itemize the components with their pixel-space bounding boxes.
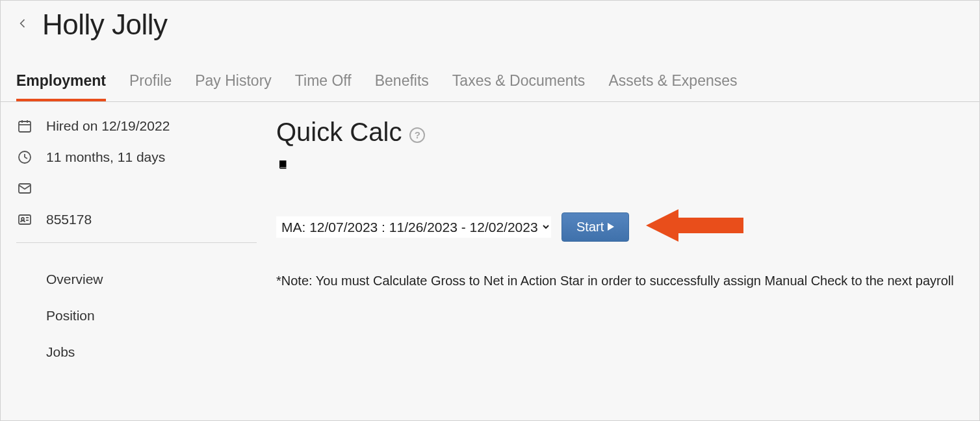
sidebar-item-overview[interactable]: Overview [16,261,257,298]
tab-profile[interactable]: Profile [129,72,172,101]
svg-line-6 [25,157,27,159]
tenure-text: 11 months, 11 days [46,149,165,165]
tab-pay-history[interactable]: Pay History [195,72,272,101]
tenure-row: 11 months, 11 days [16,149,257,166]
note-text: *Note: You must Calculate Gross to Net i… [276,274,964,288]
calendar-icon [16,118,33,134]
play-icon [608,223,614,231]
book-icon[interactable] [277,159,964,173]
help-icon[interactable]: ? [409,127,425,143]
tab-bar: Employment Profile Pay History Time Off … [1,46,979,102]
start-button-label: Start [576,220,604,235]
header: Holly Jolly [1,1,979,46]
mail-icon [16,180,33,197]
tab-time-off[interactable]: Time Off [295,72,352,101]
page-title: Holly Jolly [42,8,168,41]
svg-rect-0 [19,121,31,132]
employee-id-row: 855178 [16,211,257,228]
main-title: Quick Calc [276,118,402,147]
main-title-row: Quick Calc ? [276,118,964,147]
clock-icon [16,149,33,166]
back-arrow-icon[interactable] [16,17,29,32]
controls-row: MA: 12/07/2023 : 11/26/2023 - 12/02/2023… [276,206,964,248]
sidebar-divider [16,242,257,243]
annotation-arrow-icon [646,206,743,248]
hired-date-row: Hired on 12/19/2022 [16,118,257,134]
main-panel: Quick Calc ? MA: 12/07/2023 : 11/26/2023… [276,118,964,370]
svg-marker-12 [646,209,743,242]
email-row [16,180,257,197]
employee-id-text: 855178 [46,212,92,227]
sidebar-item-jobs[interactable]: Jobs [16,334,257,370]
sidebar: Hired on 12/19/2022 11 months, 11 days [16,118,276,370]
tab-employment[interactable]: Employment [16,72,106,101]
svg-point-9 [21,218,24,220]
tab-benefits[interactable]: Benefits [375,72,429,101]
start-button[interactable]: Start [561,212,629,242]
id-card-icon [16,211,33,228]
tab-taxes-documents[interactable]: Taxes & Documents [452,72,586,101]
svg-rect-8 [19,215,31,224]
hired-date-text: Hired on 12/19/2022 [46,118,170,134]
sidebar-item-position[interactable]: Position [16,298,257,334]
pay-period-select[interactable]: MA: 12/07/2023 : 11/26/2023 - 12/02/2023 [276,216,551,238]
content-area: Hired on 12/19/2022 11 months, 11 days [1,102,979,370]
tab-assets-expenses[interactable]: Assets & Expenses [608,72,737,101]
